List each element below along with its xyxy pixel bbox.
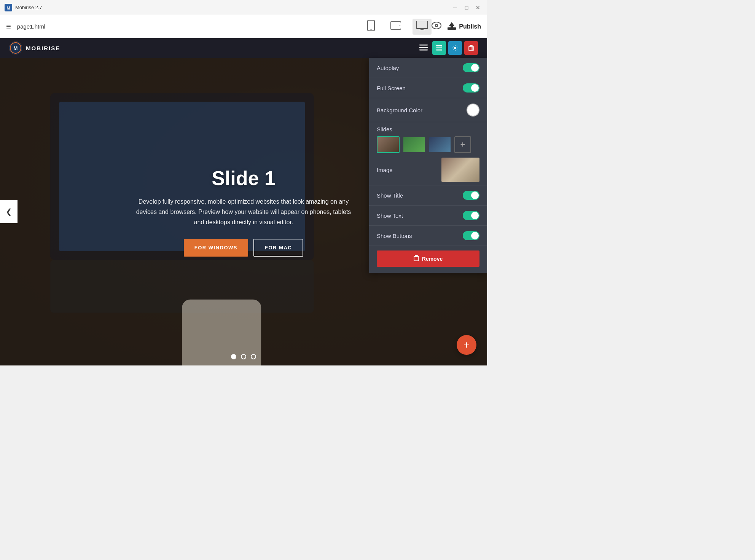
toolbar-right: Publish [432, 22, 481, 32]
background-color-swatch[interactable] [467, 104, 479, 116]
main-content: M MOBIRISE [0, 38, 487, 365]
close-button[interactable]: ✕ [473, 3, 483, 12]
svg-text:M: M [14, 45, 18, 51]
slide-thumb-3[interactable] [428, 136, 451, 153]
mobile-device-button[interactable] [363, 18, 379, 35]
window-title: Mobirise 2.7 [15, 5, 42, 10]
add-block-fab[interactable]: + [457, 335, 476, 355]
slide-dots [231, 354, 256, 359]
show-text-label: Show Text [377, 212, 403, 219]
site-logo-text: MOBIRISE [26, 45, 60, 51]
fullscreen-label: Full Screen [377, 85, 406, 91]
svg-rect-12 [448, 27, 456, 30]
svg-point-11 [436, 25, 437, 26]
slides-section: Slides + [369, 122, 487, 155]
left-arrow-icon: ❮ [6, 207, 12, 216]
autoplay-label: Autoplay [377, 65, 399, 71]
app-icon: M [5, 4, 12, 11]
delete-block-button[interactable] [464, 41, 478, 55]
svg-rect-39 [414, 257, 419, 261]
publish-button[interactable]: Publish [448, 22, 481, 31]
svg-rect-17 [419, 45, 428, 46]
settings-panel: Autoplay Full Screen Background Color Sl… [369, 58, 487, 273]
publish-label: Publish [459, 23, 481, 30]
slide-thumb-2-image [403, 137, 425, 152]
slides-label: Slides [377, 126, 479, 132]
preview-button[interactable] [432, 22, 441, 32]
site-logo: M MOBIRISE [9, 41, 60, 54]
svg-rect-21 [436, 48, 442, 49]
show-buttons-toggle[interactable] [463, 231, 479, 240]
autoplay-toggle[interactable] [463, 63, 479, 72]
image-thumbnail[interactable] [441, 158, 479, 182]
minimize-button[interactable]: ─ [451, 3, 460, 12]
slide-prev-button[interactable]: ❮ [0, 200, 18, 223]
slide-buttons: FOR WINDOWS FOR MAC [133, 239, 354, 257]
svg-point-5 [400, 25, 400, 26]
slide-dot-1[interactable] [231, 354, 236, 359]
block-settings-button[interactable] [448, 41, 462, 55]
show-buttons-label: Show Buttons [377, 233, 412, 239]
remove-label: Remove [422, 256, 443, 262]
filename-label: page1.html [17, 23, 363, 30]
nav-action-icons [432, 41, 478, 55]
reorder-button[interactable] [432, 41, 446, 55]
remove-icon [414, 255, 419, 262]
desktop-device-button[interactable] [413, 19, 432, 35]
svg-rect-6 [416, 21, 428, 29]
tablet-device-button[interactable] [387, 19, 405, 35]
slide-dot-3[interactable] [251, 354, 256, 359]
remove-button[interactable]: Remove [377, 250, 479, 267]
svg-rect-8 [419, 30, 425, 30]
autoplay-row: Autoplay [369, 58, 487, 78]
device-selector [363, 18, 432, 35]
background-color-row: Background Color [369, 98, 487, 122]
hamburger-menu-icon[interactable]: ≡ [6, 22, 11, 32]
image-label: Image [377, 167, 393, 173]
title-bar: M Mobirise 2.7 ─ □ ✕ [0, 0, 487, 15]
background-color-label: Background Color [377, 107, 422, 113]
svg-point-3 [371, 29, 372, 30]
image-section: Image [369, 155, 487, 185]
toolbar: ≡ page1.html Publish [0, 15, 487, 38]
show-buttons-row: Show Buttons [369, 226, 487, 246]
image-thumb-preview [441, 158, 479, 182]
add-slide-button[interactable]: + [454, 136, 471, 153]
svg-rect-27 [470, 45, 473, 46]
logo-icon: M [9, 41, 22, 54]
slide-title: Slide 1 [133, 167, 354, 190]
svg-point-25 [454, 47, 456, 49]
svg-rect-38 [415, 255, 418, 256]
fullscreen-row: Full Screen [369, 78, 487, 98]
slide-thumb-1[interactable] [377, 136, 400, 153]
mac-button[interactable]: FOR MAC [253, 239, 303, 257]
show-text-toggle[interactable] [463, 211, 479, 220]
svg-marker-13 [449, 22, 454, 27]
maximize-button[interactable]: □ [462, 3, 471, 12]
show-title-label: Show Title [377, 192, 403, 199]
slide-thumb-1-image [378, 137, 399, 152]
slide-thumb-3-image [429, 137, 451, 152]
slides-thumbnails: + [377, 136, 479, 153]
show-title-row: Show Title [369, 185, 487, 206]
site-menu-icon[interactable] [419, 44, 428, 53]
slide-text: Develop fully responsive, mobile-optimiz… [133, 196, 354, 228]
slide-dot-2[interactable] [241, 354, 246, 359]
svg-text:M: M [6, 6, 10, 10]
svg-rect-18 [419, 47, 428, 48]
windows-button[interactable]: FOR WINDOWS [184, 239, 248, 257]
show-text-row: Show Text [369, 206, 487, 226]
fullscreen-toggle[interactable] [463, 83, 479, 93]
svg-rect-19 [419, 49, 428, 51]
site-navbar: M MOBIRISE [0, 38, 487, 58]
svg-rect-7 [421, 29, 424, 30]
show-title-toggle[interactable] [463, 191, 479, 200]
upload-icon [448, 22, 456, 31]
slide-thumb-2[interactable] [403, 136, 425, 153]
slide-content: Slide 1 Develop fully responsive, mobile… [126, 167, 362, 257]
